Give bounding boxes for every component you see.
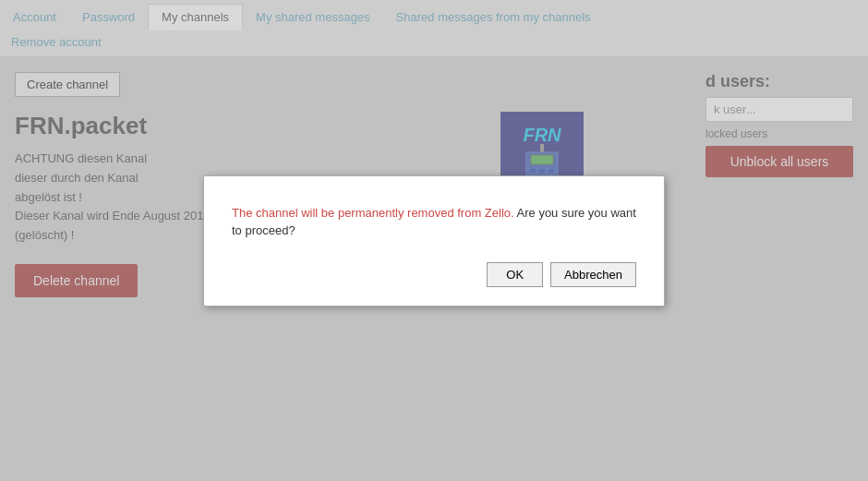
modal-highlight-text: The channel will be permanently removed … xyxy=(232,206,514,220)
modal-overlay: The channel will be permanently removed … xyxy=(0,0,868,481)
modal-box: The channel will be permanently removed … xyxy=(203,175,665,307)
modal-cancel-button[interactable]: Abbrechen xyxy=(550,262,636,287)
modal-buttons: OK Abbrechen xyxy=(232,262,636,287)
modal-message: The channel will be permanently removed … xyxy=(232,204,636,240)
modal-ok-button[interactable]: OK xyxy=(487,262,543,287)
